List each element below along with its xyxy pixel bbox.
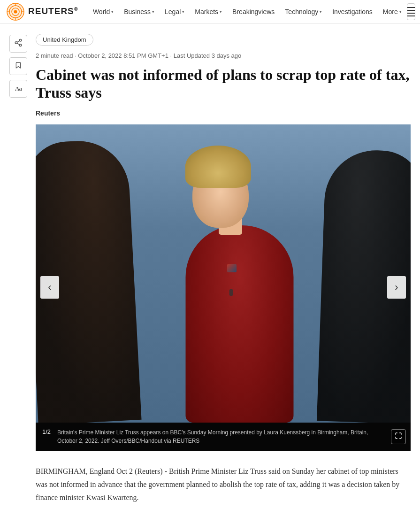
share-button[interactable] <box>9 35 27 53</box>
svg-point-4 <box>14 10 17 13</box>
main-figure-body <box>185 225 293 423</box>
microphone-icon-detail <box>229 289 233 296</box>
badge-detail <box>227 264 237 272</box>
hamburger-line <box>407 13 415 14</box>
svg-line-12 <box>17 43 19 45</box>
article-body: BIRMINGHAM, England Oct 2 (Reuters) - Br… <box>36 465 411 504</box>
nav-item-more[interactable]: More ▾ <box>378 0 407 23</box>
sidebar-actions: Aa <box>9 35 27 504</box>
chevron-down-icon: ▾ <box>182 9 184 14</box>
nav-item-breakingviews[interactable]: Breakingviews <box>227 0 280 23</box>
bookmark-icon <box>15 61 22 71</box>
share-icon <box>14 39 23 49</box>
font-size-button[interactable]: Aa <box>9 80 27 98</box>
hamburger-line <box>407 7 415 8</box>
chevron-down-icon: ▾ <box>152 9 154 14</box>
logo-wordmark: REUTERS® <box>28 6 78 16</box>
article-byline: Reuters <box>36 109 411 117</box>
navbar: REUTERS® World ▾ Business ▾ Legal ▾ Mark… <box>0 0 420 23</box>
reuters-logo[interactable]: REUTERS® <box>7 3 78 21</box>
chevron-down-icon: ▾ <box>320 9 322 14</box>
reuters-logo-svg <box>7 3 24 21</box>
logo-icon <box>7 3 24 21</box>
nav-item-technology[interactable]: Technology ▾ <box>280 0 327 23</box>
category-tag[interactable]: United Kingdom <box>36 34 93 46</box>
hamburger-line <box>407 10 415 11</box>
expand-icon <box>395 432 402 441</box>
chevron-right-icon: › <box>395 281 398 293</box>
carousel-expand-button[interactable] <box>391 429 406 444</box>
hamburger-line <box>407 15 415 16</box>
chevron-left-icon: ‹ <box>48 281 51 293</box>
bookmark-button[interactable] <box>9 57 27 75</box>
article-title: Cabinet was not informed of plans to scr… <box>36 66 411 102</box>
nav-item-investigations[interactable]: Investigations <box>327 0 378 23</box>
svg-line-13 <box>17 41 19 42</box>
article-paragraph-1: BIRMINGHAM, England Oct 2 (Reuters) - Br… <box>36 465 411 504</box>
chevron-down-icon: ▾ <box>111 9 114 14</box>
nav-item-markets[interactable]: Markets ▾ <box>190 0 227 23</box>
font-size-icon: Aa <box>15 85 22 92</box>
nav-item-business[interactable]: Business ▾ <box>119 0 160 23</box>
carousel-counter: 1/2 <box>42 428 51 435</box>
nav-links: World ▾ Business ▾ Legal ▾ Markets ▾ Bre… <box>88 0 407 23</box>
hamburger-menu-button[interactable] <box>407 3 415 20</box>
carousel-next-button[interactable]: › <box>387 276 406 299</box>
carousel-caption-text: Britain's Prime Minister Liz Truss appea… <box>57 428 387 445</box>
carousel-caption-bar: 1/2 Britain's Prime Minister Liz Truss a… <box>36 423 411 451</box>
nav-item-world[interactable]: World ▾ <box>88 0 119 23</box>
chevron-down-icon: ▾ <box>220 9 222 14</box>
article-meta: 2 minute read · October 2, 2022 8:51 PM … <box>36 52 411 59</box>
content-wrapper: Aa United Kingdom 2 minute read · Octobe… <box>0 23 420 514</box>
main-figure-hair <box>185 146 251 188</box>
article: United Kingdom 2 minute read · October 2… <box>36 34 411 504</box>
chevron-down-icon: ▾ <box>399 9 402 14</box>
nav-item-legal[interactable]: Legal ▾ <box>160 0 190 23</box>
image-carousel: ‹ › 1/2 Britain's Prime Minister Liz Tru… <box>36 124 411 451</box>
carousel-image <box>36 124 411 423</box>
carousel-prev-button[interactable]: ‹ <box>40 276 59 299</box>
